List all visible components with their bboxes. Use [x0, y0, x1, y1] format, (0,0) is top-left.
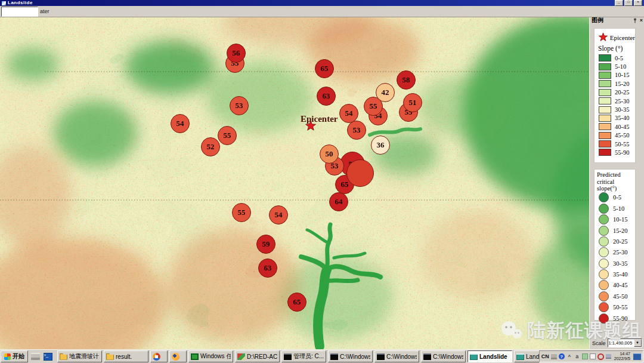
legend-swatch: [599, 302, 609, 312]
legend-class-row: 10-15: [595, 214, 635, 224]
help-icon[interactable]: ?: [559, 353, 565, 359]
clock[interactable]: 14:47 2022/9/5: [614, 352, 630, 361]
legend-class-row: 35-40: [595, 269, 635, 279]
tray-icons: ?^a: [551, 353, 611, 360]
legend-class-label: 40-45: [615, 124, 630, 130]
legend-class-label: 5-10: [613, 205, 624, 212]
folder-icon: [106, 353, 114, 360]
legend-swatch: [599, 106, 611, 113]
legend-swatch: [599, 280, 609, 290]
map-canvas[interactable]: [0, 17, 644, 350]
status-green-icon[interactable]: [582, 353, 588, 359]
legend-class-row: 45-50: [595, 131, 635, 140]
legend-swatch: [599, 115, 611, 122]
legend-class-label: 0-5: [613, 194, 621, 201]
legend-class-row: 35-40: [595, 114, 635, 122]
scale-combobox[interactable]: 1:1,490,005 ▼: [608, 339, 642, 347]
powershell-shortcut-icon[interactable]: >_: [44, 353, 52, 361]
red-act-icon: [237, 353, 245, 360]
ime-language-icon[interactable]: [633, 353, 641, 360]
legend-class-label: 50-55: [613, 304, 628, 310]
legend-class-row: 15-20: [595, 225, 635, 236]
legend-swatch: [599, 259, 609, 269]
legend-class-label: 10-15: [613, 216, 628, 223]
clock-time: 14:47: [620, 352, 630, 356]
taskbar-button[interactable]: C:\Windows...: [374, 350, 419, 362]
taskbar-button-active[interactable]: Landslide: [467, 350, 512, 362]
pin-icon[interactable]: [633, 18, 637, 23]
folder-icon: [60, 353, 67, 360]
legend-swatch: [599, 291, 609, 302]
legend-class-label: 20-25: [615, 89, 630, 96]
legend-swatch: [599, 192, 609, 202]
printer-shortcut-icon[interactable]: [31, 353, 40, 360]
taskbar-button[interactable]: D:\RED-ACT...: [235, 350, 280, 362]
network-icon[interactable]: [606, 354, 611, 359]
sync-alert-icon[interactable]: [597, 353, 604, 360]
legend-class-row: 20-25: [595, 88, 635, 97]
legend-class-row: 15-20: [595, 79, 635, 88]
legend-class-label: 40-45: [613, 282, 628, 288]
legend-class-row: 0-5: [595, 54, 635, 62]
legend-critical-box: Predicted critical slope(°) 0-55-1010-15…: [594, 169, 636, 321]
window-title: Landslide: [8, 1, 33, 5]
system-tray: CN ?^a 14:47 2022/9/5: [539, 350, 643, 362]
legend-swatch: [599, 132, 611, 139]
close-button[interactable]: ×: [634, 0, 642, 6]
minimize-button[interactable]: _: [615, 0, 623, 6]
taskbar-button[interactable]: C:\Windows...: [328, 350, 373, 362]
legend-class-label: 10-15: [615, 72, 630, 78]
legend-swatch: [599, 80, 611, 87]
toolbar: ater: [0, 6, 644, 17]
windows-logo-icon: [4, 353, 11, 360]
legend-class-row: 20-25: [595, 236, 635, 247]
legend-class-row: 10-15: [595, 71, 635, 79]
taskbar-button-label: Landslide: [526, 353, 539, 360]
legend-close-icon[interactable]: ×: [640, 18, 643, 23]
legend-swatch: [599, 313, 609, 324]
legend-class-label: 35-40: [615, 115, 630, 121]
layer-combobox[interactable]: [1, 7, 38, 17]
taskbar-button[interactable]: C:\Windows...: [421, 350, 466, 362]
restore-button[interactable]: □: [624, 0, 633, 6]
cmd-icon: [284, 353, 292, 360]
taskbar-button[interactable]: [169, 350, 187, 362]
taskbar-button[interactable]: result.: [104, 350, 148, 362]
printer-icon[interactable]: [551, 353, 557, 359]
taskbar-button[interactable]: Landslide: [514, 350, 539, 362]
legend-class-label: 35-40: [613, 271, 628, 278]
legend-class-row: 5-10: [595, 62, 635, 70]
taskbar-button-label: D:\RED-ACT...: [247, 353, 277, 360]
tri-circle-icon: [153, 353, 160, 361]
start-label: 开始: [13, 352, 24, 361]
legend-class-label: 30-35: [613, 260, 628, 267]
taskbar: 开始 >_ 地震滑坡计...result.Windows 任...D:\RED-…: [0, 349, 644, 363]
scale-dropdown-icon[interactable]: ▼: [634, 339, 642, 347]
legend-class-label: 5-10: [615, 63, 626, 70]
legend-class-label: 50-55: [615, 141, 630, 147]
legend-class-label: 15-20: [615, 81, 630, 87]
quick-launch: >_: [31, 353, 52, 361]
legend-swatch: [599, 236, 609, 247]
chevron-up-icon[interactable]: ^: [566, 353, 572, 359]
legend-class-label: 20-25: [613, 238, 628, 245]
taskbar-button[interactable]: Windows 任...: [188, 350, 233, 362]
taskbar-button-label: result.: [116, 353, 132, 360]
legend-class-label: 45-50: [615, 132, 630, 139]
legend-title: 图例: [592, 16, 603, 24]
taskbar-button[interactable]: [150, 350, 168, 362]
legend-swatch: [599, 247, 609, 257]
legend-panel-titlebar[interactable]: 图例 ×: [590, 16, 644, 24]
taskbar-button-label: Landslide: [479, 353, 507, 360]
legend-class-row: 0-5: [595, 192, 635, 203]
start-button[interactable]: 开始: [1, 350, 28, 362]
legend-class-row: 25-30: [595, 247, 635, 258]
taskbar-button-label: C:\Windows...: [433, 353, 463, 360]
taskbar-button[interactable]: 地震滑坡计...: [57, 350, 102, 362]
language-indicator[interactable]: CN: [541, 353, 549, 359]
legend-swatch: [599, 140, 611, 147]
legend-critical-title-line2: slope(°): [597, 185, 635, 192]
taskbar-button[interactable]: 管理员: C...: [281, 350, 326, 362]
flag-icon[interactable]: [590, 353, 596, 359]
ime-a-icon[interactable]: a: [574, 353, 580, 359]
